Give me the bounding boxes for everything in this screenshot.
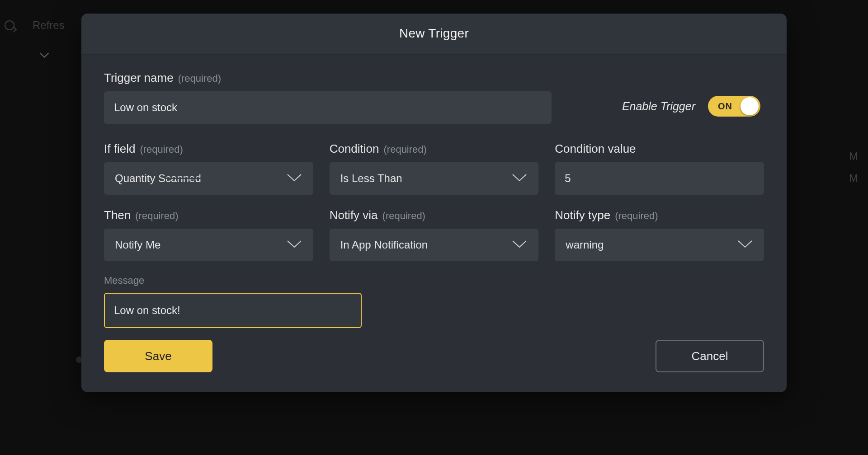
new-trigger-modal: New Trigger Trigger name (required) Enab… [81,14,787,392]
chevron-down-icon [286,172,302,185]
cancel-button[interactable]: Cancel [656,340,764,372]
toggle-on-text: ON [718,101,732,112]
enable-trigger-label: Enable Trigger [622,100,695,113]
modal-title: New Trigger [81,26,787,41]
chevron-down-icon [737,238,753,252]
condition-label: Condition (required) [330,142,539,156]
message-label: Message [104,275,764,286]
chevron-down-icon [286,238,302,252]
enable-trigger-toggle[interactable]: ON [708,96,760,117]
condition-value: Is Less Than [340,172,402,185]
notify-type-value: warning [566,239,604,251]
modal-body: Trigger name (required) Enable Trigger O… [81,55,787,392]
chevron-down-icon [511,172,528,185]
if-field-value: Quantity Scanned [115,172,201,185]
trigger-name-input[interactable] [104,91,552,124]
condition-value-input[interactable] [555,162,764,195]
then-value: Notify Me [115,239,160,251]
modal-header: New Trigger [81,14,787,55]
save-button[interactable]: Save [104,340,212,372]
notify-via-value: In App Notification [340,239,428,251]
notify-type-select[interactable]: warning [555,229,764,261]
message-input[interactable] [104,293,362,328]
toggle-knob [741,97,759,115]
then-label: Then (required) [104,208,313,222]
modal-backdrop: New Trigger Trigger name (required) Enab… [0,0,868,455]
if-field-select[interactable]: Quantity Scanned [104,162,313,195]
then-select[interactable]: Notify Me [104,229,313,261]
notify-via-label: Notify via (required) [330,208,539,222]
chevron-down-icon [511,238,528,252]
condition-select[interactable]: Is Less Than [330,162,539,195]
notify-via-select[interactable]: In App Notification [330,229,539,261]
condition-value-label: Condition value [555,142,764,156]
notify-type-label: Notify type (required) [555,208,764,222]
trigger-name-label: Trigger name (required) [104,71,604,85]
if-field-label: If field (required) [104,142,313,156]
